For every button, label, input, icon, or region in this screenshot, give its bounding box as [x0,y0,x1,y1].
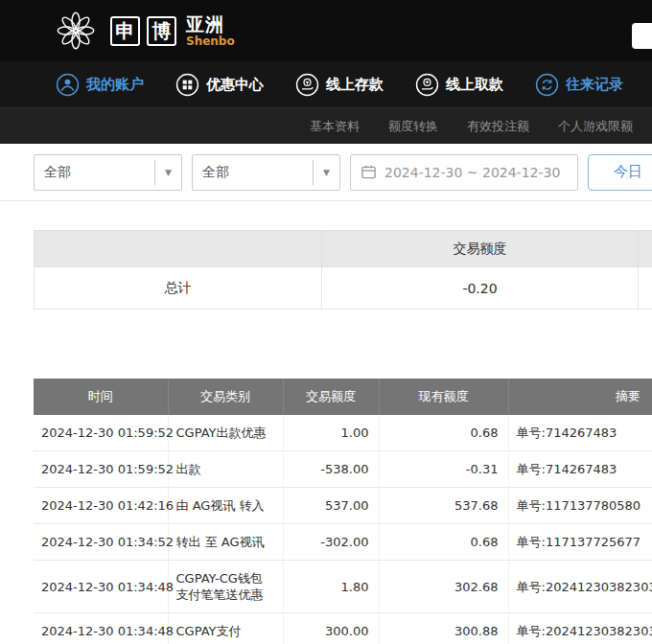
date-range-value: 2024-12-30 ~ 2024-12-30 [384,165,560,180]
table-row: 2024-12-30 01:42:16由 AG视讯 转入537.00537.68… [34,488,652,524]
subnav-item-credit-transfer[interactable]: 额度转换 [388,118,438,135]
nav-item-promotions[interactable]: 优惠中心 [175,73,264,97]
col-header-amount: 交易额度 [283,379,379,415]
filter-select-category[interactable]: 全部 ▼ [192,154,340,191]
filter-select-type[interactable]: 全部 ▼ [34,154,182,191]
calendar-icon [361,164,377,180]
table-cell: 2024-12-30 01:59:52 [34,415,168,451]
summary-header-row: 交易额度 [35,231,652,267]
summary-total-value: -0.20 [322,267,639,310]
records-icon [535,73,559,97]
col-header-summary: 摘要 [508,379,652,415]
records-header-row: 时间 交易类别 交易额度 现有额度 摘要 [34,379,652,415]
col-header-type: 交易类别 [168,379,283,415]
nav-label: 线上取款 [446,76,503,94]
table-cell: 单号:2024123038230341 [508,561,652,613]
records-table: 时间 交易类别 交易额度 现有额度 摘要 2024-12-30 01:59:52… [34,379,652,644]
table-cell: 2024-12-30 01:34:48 [34,561,168,613]
subnav-item-game-limits[interactable]: 个人游戏限额 [558,118,633,135]
table-cell: 转出 至 AG视讯 [168,524,283,561]
table-cell: CGPAY出款优惠 [168,415,283,451]
summary-cut-cell [639,267,652,310]
summary-header-empty [35,231,322,267]
brand-char-1: 申 [110,16,140,46]
table-cell: CGPAY-CG钱包支付笔笔送优惠 [168,561,283,613]
table-cell: 537.68 [379,488,508,524]
table-cell: 2024-12-30 01:34:48 [34,613,168,644]
flower-icon [54,9,98,53]
table-cell: 302.68 [379,561,508,613]
records-section: 时间 交易类别 交易额度 现有额度 摘要 2024-12-30 01:59:52… [34,379,652,644]
summary-table: 交易额度 总计 -0.20 [34,230,652,310]
table-cell: 0.68 [379,415,508,451]
summary-header-cut [639,231,652,267]
nav-label: 往来记录 [566,76,623,94]
deposit-icon [295,73,319,97]
table-cell: -0.31 [379,451,508,488]
table-cell: 1.80 [283,561,379,613]
summary-row: 总计 -0.20 [35,267,652,310]
table-cell: 出款 [168,451,283,488]
main-nav: 我的账户 优惠中心 线上存款 线上取款 往来记录 [0,61,652,107]
today-button[interactable]: 今日 [588,154,652,191]
nav-item-transaction-records[interactable]: 往来记录 [535,73,623,97]
nav-item-deposit[interactable]: 线上存款 [295,73,384,97]
subnav-item-basic-info[interactable]: 基本资料 [310,118,360,135]
nav-label: 优惠中心 [206,76,264,94]
brand-char-2: 博 [147,16,176,46]
sub-nav: 基本资料 额度转换 有效投注额 个人游戏限额 [0,107,652,144]
filter-bar: 全部 ▼ 全部 ▼ 2024-12-30 ~ 2024-12-30 今日 [0,144,652,201]
table-cell: 0.68 [379,524,508,561]
table-row: 2024-12-30 01:34:48CGPAY支付300.00300.88单号… [34,613,652,644]
floating-widget[interactable] [632,23,652,49]
col-header-balance: 现有额度 [379,379,508,415]
table-cell: 1.00 [283,415,379,451]
table-cell: 2024-12-30 01:34:52 [34,524,168,561]
withdraw-icon [415,73,439,97]
records-tbody: 2024-12-30 01:59:52CGPAY出款优惠1.000.68单号:7… [34,415,652,644]
promo-icon [175,73,199,97]
table-cell: 300.00 [283,613,379,644]
table-cell: 单号:117137725677 [508,524,652,561]
filter-select-category-value: 全部 [193,164,313,181]
table-cell: CGPAY支付 [168,613,283,644]
table-row: 2024-12-30 01:34:48CGPAY-CG钱包支付笔笔送优惠1.80… [34,561,652,613]
table-row: 2024-12-30 01:59:52CGPAY出款优惠1.000.68单号:7… [34,415,652,451]
col-header-time: 时间 [34,379,168,415]
brand-logo[interactable]: 申 博 亚洲 Shenbo [54,9,235,53]
summary-header-amount: 交易额度 [322,231,639,267]
user-icon [56,73,80,97]
nav-item-my-account[interactable]: 我的账户 [56,73,144,97]
table-cell: 300.88 [379,613,508,644]
chevron-down-icon: ▼ [313,160,339,185]
date-range-input[interactable]: 2024-12-30 ~ 2024-12-30 [350,154,578,191]
brand-suffix: 亚洲 [186,14,224,35]
chevron-down-icon: ▼ [154,160,181,185]
table-cell: -302.00 [283,524,379,561]
nav-label: 我的账户 [86,76,144,94]
table-cell: 单号:714267483 [508,451,652,488]
filter-select-type-value: 全部 [35,164,154,181]
table-row: 2024-12-30 01:34:52转出 至 AG视讯-302.000.68单… [34,524,652,561]
table-row: 2024-12-30 01:59:52出款-538.00-0.31单号:7142… [34,451,652,488]
table-cell: 2024-12-30 01:42:16 [34,488,168,524]
subnav-item-valid-bets[interactable]: 有效投注额 [467,118,529,135]
summary-total-label: 总计 [35,267,322,310]
table-cell: 单号:2024123038230303 [508,613,652,644]
nav-item-withdraw[interactable]: 线上取款 [415,73,503,97]
table-cell: 537.00 [283,488,379,524]
table-cell: -538.00 [283,451,379,488]
top-header: 申 博 亚洲 Shenbo [0,0,652,61]
table-cell: 2024-12-30 01:59:52 [34,451,168,488]
table-cell: 单号:714267483 [508,415,652,451]
table-cell: 单号:117137780580 [508,488,652,524]
brand-subtitle: Shenbo [186,35,235,47]
nav-label: 线上存款 [326,76,384,94]
summary-section: 交易额度 总计 -0.20 [34,230,652,310]
table-cell: 由 AG视讯 转入 [168,488,283,524]
